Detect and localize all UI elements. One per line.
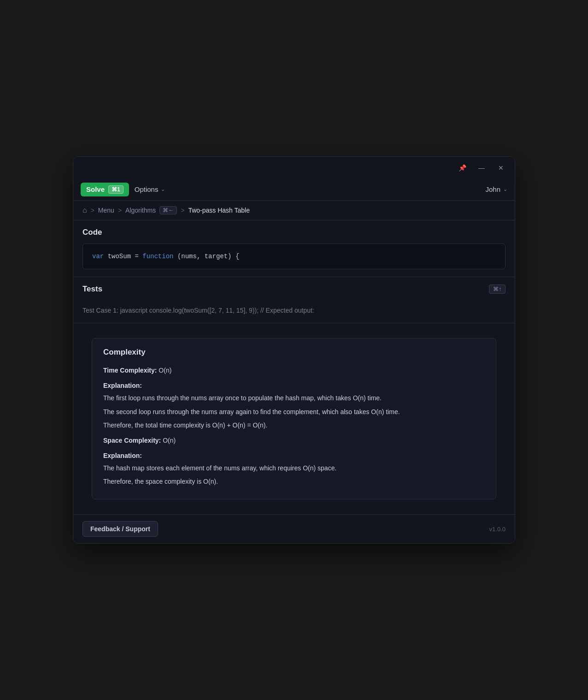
breadcrumb-sep-1: >: [91, 207, 94, 214]
time-complexity-value: O(n): [159, 367, 171, 374]
space-explanation-text-1: The hash map stores each element of the …: [103, 463, 485, 474]
solve-label: Solve: [86, 185, 105, 193]
code-keyword-var: var: [92, 253, 104, 260]
code-equals: =: [135, 253, 142, 260]
code-block: var twoSum = function (nums, target) {: [82, 243, 506, 269]
space-explanation-label: Explanation:: [103, 451, 485, 461]
version-label: v1.0.0: [489, 526, 506, 533]
tests-section: Tests ⌘↑ Test Case 1: javascript console…: [73, 277, 515, 323]
time-explanation-text-3: Therefore, the total time complexity is …: [103, 420, 485, 431]
solve-button[interactable]: Solve ⌘1: [81, 183, 129, 196]
solve-kbd-badge: ⌘1: [108, 185, 123, 194]
breadcrumb-algorithms-kbd[interactable]: ⌘←: [159, 206, 177, 214]
code-section: Code var twoSum = function (nums, target…: [73, 220, 515, 277]
code-var-name: twoSum: [108, 253, 135, 260]
breadcrumb-algorithms-link[interactable]: Algorithms: [125, 207, 156, 214]
home-icon[interactable]: ⌂: [82, 206, 87, 214]
user-chevron-icon: ⌄: [503, 186, 507, 192]
code-params: (nums, target) {: [177, 253, 239, 260]
time-explanation-text-2: The second loop runs through the nums ar…: [103, 407, 485, 417]
toolbar: Solve ⌘1 Options ⌄ John ⌄: [73, 179, 515, 201]
minimize-button[interactable]: —: [475, 161, 488, 174]
breadcrumb-sep-3: >: [181, 207, 184, 214]
space-explanation-text-2: Therefore, the space complexity is O(n).: [103, 476, 485, 487]
user-menu-button[interactable]: John ⌄: [485, 185, 507, 193]
space-complexity-label: Space Complexity:: [103, 437, 161, 444]
complexity-section-title: Complexity: [103, 348, 485, 357]
space-complexity-value: O(n): [163, 437, 176, 444]
space-complexity-line: Space Complexity: O(n): [103, 435, 485, 446]
feedback-button[interactable]: Feedback / Support: [82, 521, 158, 537]
footer: Feedback / Support v1.0.0: [73, 514, 515, 543]
tests-kbd-badge[interactable]: ⌘↑: [489, 285, 506, 294]
breadcrumb-current-page: Two-pass Hash Table: [188, 207, 250, 214]
content-area: Code var twoSum = function (nums, target…: [73, 220, 515, 514]
options-button[interactable]: Options ⌄: [135, 185, 165, 193]
breadcrumb-sep-2: >: [118, 207, 122, 214]
code-keyword-function: function: [142, 253, 173, 260]
complexity-section: Complexity Time Complexity: O(n) Explana…: [92, 338, 496, 499]
pin-button[interactable]: 📌: [456, 161, 469, 174]
title-bar: 📌 — ✕: [73, 157, 515, 179]
complexity-body: Time Complexity: O(n) Explanation: The f…: [103, 365, 485, 487]
user-name-label: John: [485, 185, 500, 193]
code-section-title: Code: [73, 220, 515, 243]
app-window: 📌 — ✕ Solve ⌘1 Options ⌄ John ⌄ ⌂ > Menu…: [73, 156, 515, 544]
complexity-wrapper: Complexity Time Complexity: O(n) Explana…: [73, 323, 515, 514]
breadcrumb: ⌂ > Menu > Algorithms ⌘← > Two-pass Hash…: [73, 201, 515, 220]
breadcrumb-menu-link[interactable]: Menu: [98, 207, 114, 214]
time-explanation-label: Explanation:: [103, 380, 485, 391]
test-case-text: Test Case 1: javascript console.log(twoS…: [73, 300, 515, 323]
tests-section-title: Tests: [82, 285, 102, 294]
options-chevron-icon: ⌄: [161, 186, 165, 192]
close-button[interactable]: ✕: [494, 161, 507, 174]
time-complexity-line: Time Complexity: O(n): [103, 365, 485, 376]
time-explanation-text-1: The first loop runs through the nums arr…: [103, 393, 485, 403]
options-label: Options: [135, 185, 159, 193]
time-complexity-label: Time Complexity:: [103, 367, 157, 374]
tests-header: Tests ⌘↑: [73, 277, 515, 300]
